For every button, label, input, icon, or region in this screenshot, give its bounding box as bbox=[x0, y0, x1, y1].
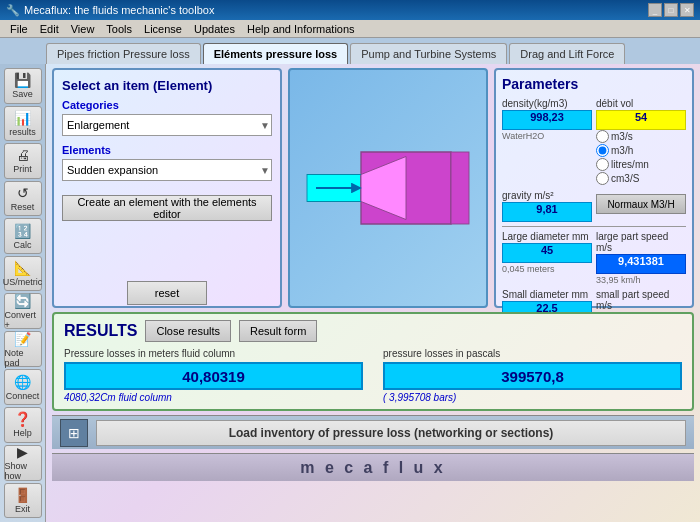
parameters-title: Parameters bbox=[502, 76, 686, 92]
close-button[interactable]: ✕ bbox=[680, 3, 694, 17]
debit-field: débit vol 54 m3/s m3/h litres/mn cm3/S bbox=[596, 98, 686, 186]
gravity-value[interactable]: 9,81 bbox=[502, 202, 592, 222]
tab-elements-pressure[interactable]: Eléments pressure loss bbox=[203, 43, 349, 64]
sidebar-btn-save[interactable]: 💾 Save bbox=[4, 68, 42, 104]
menu-item-updates[interactable]: Updates bbox=[188, 22, 241, 36]
usmetric-icon: 📐 bbox=[14, 260, 31, 276]
sidebar-btn-exit[interactable]: 🚪 Exit bbox=[4, 483, 42, 519]
unit-m3h[interactable] bbox=[596, 144, 609, 157]
footer-icon[interactable]: ⊞ bbox=[60, 419, 88, 447]
result-col2-value: 399570,8 bbox=[383, 362, 682, 390]
sidebar-btn-notepad[interactable]: 📝 Note pad bbox=[4, 331, 42, 367]
density-label: density(kg/m3) bbox=[502, 98, 592, 109]
result-col1-value: 40,80319 bbox=[64, 362, 363, 390]
sidebar-btn-print[interactable]: 🖨 Print bbox=[4, 143, 42, 179]
large-diam-field: Large diameter mm 45 0,045 meters bbox=[502, 231, 592, 285]
sidebar-btn-convert[interactable]: 🔄 Convert + bbox=[4, 293, 42, 329]
normaux-field: Normaux M3/H bbox=[596, 190, 686, 222]
element-dropdown[interactable]: Sudden expansion Gradual expansion Orifi… bbox=[62, 159, 272, 181]
footer-text[interactable]: Load inventory of pressure loss (network… bbox=[96, 420, 686, 446]
result-col-2: pressure losses in pascals 399570,8 ( 3,… bbox=[383, 348, 682, 403]
sidebar-btn-calc[interactable]: 🔢 Calc bbox=[4, 218, 42, 254]
element-diagram bbox=[298, 113, 478, 263]
results-label: results bbox=[9, 127, 36, 137]
menu-item-tools[interactable]: Tools bbox=[100, 22, 138, 36]
elements-label: Elements bbox=[62, 144, 272, 156]
sidebar: 💾 Save 📊 results 🖨 Print ↺ Reset 🔢 Calc … bbox=[0, 64, 46, 522]
result-col-1: Pressure losses in meters fluid column 4… bbox=[64, 348, 363, 403]
connect-icon: 🌐 bbox=[14, 374, 31, 390]
sidebar-btn-results[interactable]: 📊 results bbox=[4, 106, 42, 142]
results-grid: Pressure losses in meters fluid column 4… bbox=[64, 348, 682, 403]
select-title: Select an item (Element) bbox=[62, 78, 272, 93]
unit-m3h-label: m3/h bbox=[611, 145, 633, 156]
menu-item-edit[interactable]: Edit bbox=[34, 22, 65, 36]
large-diam-value[interactable]: 45 bbox=[502, 243, 592, 263]
results-section: RESULTS Close results Result form Pressu… bbox=[52, 312, 694, 411]
bottom-bar: m e c a f l u x bbox=[52, 453, 694, 481]
help-icon: ❓ bbox=[14, 411, 31, 427]
save-label: Save bbox=[12, 89, 33, 99]
maximize-button[interactable]: □ bbox=[664, 3, 678, 17]
large-speed-value: 9,431381 bbox=[596, 254, 686, 274]
help-label: Help bbox=[13, 428, 32, 438]
results-title: RESULTS bbox=[64, 322, 137, 340]
sidebar-btn-reset[interactable]: ↺ Reset bbox=[4, 181, 42, 217]
menu-item-file[interactable]: File bbox=[4, 22, 34, 36]
tab-drag-lift[interactable]: Drag and Lift Force bbox=[509, 43, 625, 64]
reset-button[interactable]: reset bbox=[127, 281, 207, 305]
large-speed-field: large part speed m/s 9,431381 33,95 km/h bbox=[596, 231, 686, 285]
result-col2-sub: ( 3,995708 bars) bbox=[383, 392, 682, 403]
debit-value[interactable]: 54 bbox=[596, 110, 686, 130]
gravity-field: gravity m/s² 9,81 bbox=[502, 190, 592, 222]
normaux-button[interactable]: Normaux M3/H bbox=[596, 194, 686, 214]
result-col1-label: Pressure losses in meters fluid column bbox=[64, 348, 363, 359]
main-area: 💾 Save 📊 results 🖨 Print ↺ Reset 🔢 Calc … bbox=[0, 64, 700, 522]
tab-bar: Pipes friction Pressure loss Eléments pr… bbox=[0, 38, 700, 64]
brand-text: m e c a f l u x bbox=[300, 459, 445, 477]
diagram-panel bbox=[288, 68, 488, 308]
results-header: RESULTS Close results Result form bbox=[64, 320, 682, 342]
result-col1-sub: 4080,32Cm fluid column bbox=[64, 392, 363, 403]
tab-pipes-friction[interactable]: Pipes friction Pressure loss bbox=[46, 43, 201, 64]
sidebar-btn-usmetric[interactable]: 📐 US/metric bbox=[4, 256, 42, 292]
unit-cm3s-label: cm3/S bbox=[611, 173, 639, 184]
result-form-button[interactable]: Result form bbox=[239, 320, 317, 342]
calc-label: Calc bbox=[13, 240, 31, 250]
fluid-label: WaterH2O bbox=[502, 131, 592, 141]
small-speed-label: small part speed m/s bbox=[596, 289, 686, 311]
result-col2-label: pressure losses in pascals bbox=[383, 348, 682, 359]
large-diam-row: Large diameter mm 45 0,045 meters large … bbox=[502, 231, 686, 285]
menu-item-view[interactable]: View bbox=[65, 22, 101, 36]
usmetric-label: US/metric bbox=[3, 277, 43, 287]
tab-pump-turbine[interactable]: Pump and Turbine Systems bbox=[350, 43, 507, 64]
large-speed-label: large part speed m/s bbox=[596, 231, 686, 253]
convert-label: Convert + bbox=[5, 310, 41, 330]
unit-cm3s[interactable] bbox=[596, 172, 609, 185]
unit-m3s-label: m3/s bbox=[611, 131, 633, 142]
parameters-panel: Parameters density(kg/m3) 998,23 WaterH2… bbox=[494, 68, 694, 308]
close-results-button[interactable]: Close results bbox=[145, 320, 231, 342]
editor-button[interactable]: Create an element with the elements edit… bbox=[62, 195, 272, 221]
select-panel: Select an item (Element) Categories Enla… bbox=[52, 68, 282, 308]
reset-label: Reset bbox=[11, 202, 35, 212]
unit-m3s[interactable] bbox=[596, 130, 609, 143]
large-diam-meters: 0,045 meters bbox=[502, 264, 592, 274]
notepad-label: Note pad bbox=[5, 348, 41, 368]
category-dropdown[interactable]: Enlargement Reduction Bend Valve Tee bbox=[62, 114, 272, 136]
unit-litresmin[interactable] bbox=[596, 158, 609, 171]
sidebar-btn-help[interactable]: ❓ Help bbox=[4, 407, 42, 443]
category-dropdown-container: Enlargement Reduction Bend Valve Tee ▼ bbox=[62, 114, 272, 136]
menu-item-help-and-informations[interactable]: Help and Informations bbox=[241, 22, 361, 36]
menu-item-license[interactable]: License bbox=[138, 22, 188, 36]
element-dropdown-container: Sudden expansion Gradual expansion Orifi… bbox=[62, 159, 272, 181]
print-label: Print bbox=[13, 164, 32, 174]
unit-radio-group: m3/s m3/h litres/mn cm3/S bbox=[596, 130, 686, 185]
divider-1 bbox=[502, 226, 686, 227]
sidebar-btn-connect[interactable]: 🌐 Connect bbox=[4, 369, 42, 405]
categories-label: Categories bbox=[62, 99, 272, 111]
density-debit-row: density(kg/m3) 998,23 WaterH2O débit vol… bbox=[502, 98, 686, 186]
minimize-button[interactable]: _ bbox=[648, 3, 662, 17]
sidebar-btn-showhow[interactable]: ▶ Show how bbox=[4, 445, 42, 481]
density-value[interactable]: 998,23 bbox=[502, 110, 592, 130]
